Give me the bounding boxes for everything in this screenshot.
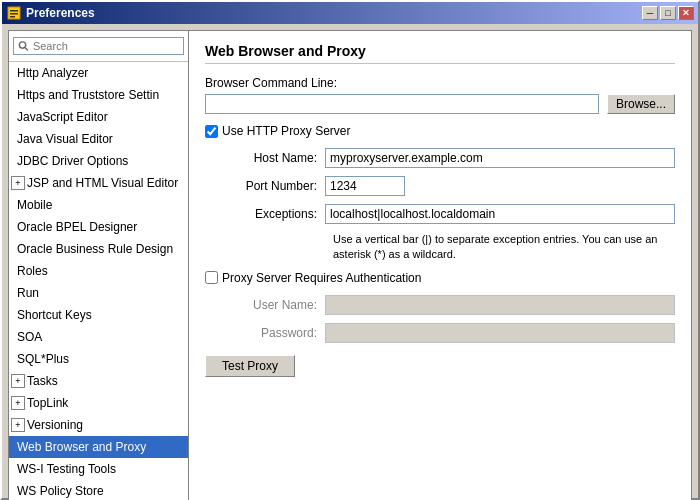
test-proxy-button[interactable]: Test Proxy [205,355,295,377]
sidebar-item-label-jdbc-driver-options: JDBC Driver Options [17,152,128,170]
main-area: Http AnalyzerHttps and Truststore Settin… [8,30,692,500]
sidebar-item-label-javascript-editor: JavaScript Editor [17,108,108,126]
exceptions-note: Use a vertical bar (|) to separate excep… [333,232,675,263]
exceptions-row: Exceptions: [225,204,675,224]
sidebar-item-label-sqlplus: SQL*Plus [17,350,69,368]
svg-line-5 [25,48,28,51]
search-container[interactable] [13,37,184,55]
use-proxy-checkbox[interactable] [205,125,218,138]
search-box [9,31,188,62]
browse-button[interactable]: Browse... [607,94,675,114]
sidebar-item-sqlplus[interactable]: SQL*Plus [9,348,188,370]
sidebar-item-label-shortcut-keys: Shortcut Keys [17,306,92,324]
window-icon [6,5,22,21]
user-name-input[interactable] [325,295,675,315]
sidebar-item-label-oracle-business-rule: Oracle Business Rule Design [17,240,173,258]
sidebar-item-label-jsp-html-visual-editor: JSP and HTML Visual Editor [27,174,178,192]
panel-title: Web Browser and Proxy [205,43,675,64]
sidebar: Http AnalyzerHttps and Truststore Settin… [9,31,189,500]
svg-rect-3 [10,16,15,18]
exceptions-input[interactable] [325,204,675,224]
sidebar-item-tasks[interactable]: +Tasks [9,370,188,392]
user-name-row: User Name: [225,295,675,315]
sidebar-item-mobile[interactable]: Mobile [9,194,188,216]
sidebar-item-https-truststore[interactable]: Https and Truststore Settin [9,84,188,106]
use-proxy-label: Use HTTP Proxy Server [222,124,350,138]
proxy-auth-label: Proxy Server Requires Authentication [222,271,421,285]
sidebar-list: Http AnalyzerHttps and Truststore Settin… [9,62,188,500]
sidebar-item-roles[interactable]: Roles [9,260,188,282]
sidebar-item-label-mobile: Mobile [17,196,52,214]
sidebar-item-jdbc-driver-options[interactable]: JDBC Driver Options [9,150,188,172]
sidebar-item-label-ws-i-testing: WS-I Testing Tools [17,460,116,478]
title-bar: Preferences ─ □ ✕ [2,2,698,24]
port-number-input[interactable] [325,176,405,196]
search-icon [18,40,29,52]
content-panel: Web Browser and Proxy Browser Command Li… [189,31,691,500]
host-name-row: Host Name: [225,148,675,168]
sidebar-item-jsp-html-visual-editor[interactable]: +JSP and HTML Visual Editor [9,172,188,194]
sidebar-item-web-browser-proxy[interactable]: Web Browser and Proxy [9,436,188,458]
svg-rect-1 [10,10,18,12]
port-number-row: Port Number: [225,176,675,196]
sidebar-item-oracle-bpel-designer[interactable]: Oracle BPEL Designer [9,216,188,238]
sidebar-item-label-oracle-bpel-designer: Oracle BPEL Designer [17,218,137,236]
password-row: Password: [225,323,675,343]
expand-icon-jsp-html-visual-editor: + [11,176,25,190]
close-button[interactable]: ✕ [678,6,694,20]
minimize-button[interactable]: ─ [642,6,658,20]
port-number-label: Port Number: [225,179,325,193]
sidebar-item-ws-i-testing[interactable]: WS-I Testing Tools [9,458,188,480]
expand-icon-versioning: + [11,418,25,432]
host-name-input[interactable] [325,148,675,168]
sidebar-item-java-visual-editor[interactable]: Java Visual Editor [9,128,188,150]
expand-icon-tasks: + [11,374,25,388]
test-proxy-row: Test Proxy [205,355,675,377]
preferences-window: Preferences ─ □ ✕ [0,0,700,500]
sidebar-item-label-web-browser-proxy: Web Browser and Proxy [17,438,146,456]
maximize-button[interactable]: □ [660,6,676,20]
sidebar-item-soa[interactable]: SOA [9,326,188,348]
sidebar-item-label-toplink: TopLink [27,394,68,412]
svg-point-4 [19,42,25,48]
sidebar-item-javascript-editor[interactable]: JavaScript Editor [9,106,188,128]
password-input[interactable] [325,323,675,343]
sidebar-item-oracle-business-rule[interactable]: Oracle Business Rule Design [9,238,188,260]
search-input[interactable] [33,40,179,52]
proxy-auth-checkbox[interactable] [205,271,218,284]
sidebar-item-label-ws-policy-store: WS Policy Store [17,482,104,500]
proxy-auth-row: Proxy Server Requires Authentication [205,271,675,285]
host-name-label: Host Name: [225,151,325,165]
sidebar-item-label-soa: SOA [17,328,42,346]
sidebar-item-ws-policy-store[interactable]: WS Policy Store [9,480,188,500]
password-label: Password: [225,326,325,340]
sidebar-item-http-analyzer[interactable]: Http Analyzer [9,62,188,84]
sidebar-item-versioning[interactable]: +Versioning [9,414,188,436]
sidebar-item-label-tasks: Tasks [27,372,58,390]
sidebar-item-label-run: Run [17,284,39,302]
exceptions-label: Exceptions: [225,207,325,221]
sidebar-item-shortcut-keys[interactable]: Shortcut Keys [9,304,188,326]
window-content: Http AnalyzerHttps and Truststore Settin… [2,24,698,500]
svg-rect-2 [10,13,18,15]
sidebar-item-label-https-truststore: Https and Truststore Settin [17,86,159,104]
sidebar-item-label-http-analyzer: Http Analyzer [17,64,88,82]
use-proxy-row: Use HTTP Proxy Server [205,124,675,138]
sidebar-item-label-roles: Roles [17,262,48,280]
sidebar-item-label-versioning: Versioning [27,416,83,434]
expand-icon-toplink: + [11,396,25,410]
browser-cmd-label: Browser Command Line: [205,76,675,90]
sidebar-item-label-java-visual-editor: Java Visual Editor [17,130,113,148]
user-name-label: User Name: [225,298,325,312]
sidebar-item-run[interactable]: Run [9,282,188,304]
sidebar-item-toplink[interactable]: +TopLink [9,392,188,414]
browser-cmd-input[interactable] [205,94,599,114]
window-title: Preferences [26,6,95,20]
